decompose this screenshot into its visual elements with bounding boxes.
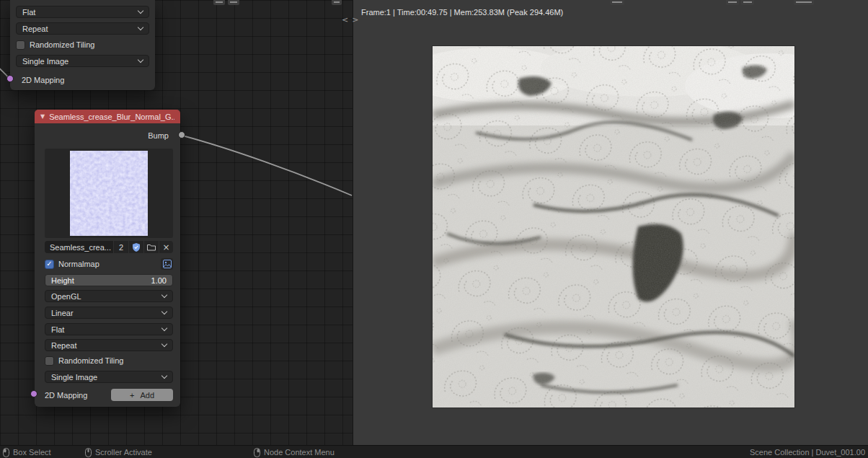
- repeat-dropdown[interactable]: Repeat: [16, 22, 149, 35]
- slider-label: Height: [51, 276, 74, 285]
- checkbox-label: Normalmap: [58, 260, 99, 268]
- bump-output-row: Bump: [125, 129, 169, 141]
- dropdown-label: Flat: [51, 325, 64, 334]
- add-button[interactable]: + Add: [111, 389, 173, 401]
- render-result-area[interactable]: Frame:1 | Time:00:49.75 | Mem:253.83M (P…: [353, 0, 868, 445]
- plus-icon: +: [130, 391, 134, 400]
- dropdown-label: Flat: [22, 8, 35, 17]
- add-button-label: Add: [140, 391, 154, 400]
- status-label: Scene Collection | Duvet_001.00: [750, 448, 865, 457]
- chevron-down-icon: [161, 372, 167, 378]
- render-stats-text: Frame:1 | Time:00:49.75 | Mem:253.83M (P…: [361, 8, 563, 17]
- status-box-select: Box Select: [3, 446, 51, 458]
- checkbox-label: Randomized Tiling: [30, 40, 95, 49]
- chevron-down-icon: [138, 24, 143, 30]
- projection-dropdown[interactable]: Flat: [45, 323, 173, 335]
- dropdown-label: Linear: [51, 309, 74, 317]
- mouse-left-icon: [3, 448, 9, 457]
- header-icon-fragment[interactable]: [794, 0, 814, 5]
- status-node-context-menu: Node Context Menu: [254, 446, 335, 458]
- chevron-down-icon: [161, 291, 167, 297]
- texture-node-partial[interactable]: Flat Repeat Randomized Tiling Single Ima…: [10, 0, 155, 90]
- region-resize-arrows[interactable]: < >: [342, 15, 358, 25]
- rendered-image[interactable]: [433, 46, 794, 408]
- node-header[interactable]: ▼ Seamless_crease_Blur_Normal_G...: [35, 110, 180, 123]
- header-icon-fragment[interactable]: [228, 0, 239, 5]
- image-colorspace-icon: [163, 260, 172, 268]
- fake-user-shield-button[interactable]: [129, 241, 143, 253]
- seamless-crease-normal-node[interactable]: ▼ Seamless_crease_Blur_Normal_G... Bump: [35, 110, 180, 407]
- status-scroller-activate: Scroller Activate: [85, 446, 152, 458]
- header-icon-fragment[interactable]: [332, 0, 342, 5]
- status-label: Node Context Menu: [264, 448, 335, 457]
- chevron-down-icon: [161, 340, 167, 346]
- node-link-wire: [182, 136, 352, 195]
- normalmap-checkbox[interactable]: ✓: [45, 260, 54, 269]
- angle-left-icon[interactable]: <: [342, 15, 348, 25]
- chevron-down-icon: [138, 56, 143, 62]
- check-icon: ✓: [46, 260, 52, 268]
- randomized-tiling-row: Randomized Tiling: [16, 39, 149, 50]
- single-image-dropdown[interactable]: Single Image: [16, 55, 149, 67]
- chevron-down-icon: [161, 308, 167, 314]
- open-image-button[interactable]: [144, 241, 159, 253]
- socket-label: 2D Mapping: [45, 391, 87, 400]
- image-datablock-row: Seamless_crea... 2 ×: [45, 241, 173, 253]
- status-label: Scroller Activate: [95, 448, 152, 457]
- shield-icon: [133, 243, 140, 252]
- image-name-field[interactable]: Seamless_crea...: [45, 241, 113, 253]
- mouse-middle-icon: [85, 448, 92, 457]
- chevron-down-icon: [161, 325, 167, 330]
- mouse-right-icon: [254, 448, 260, 457]
- status-label: Box Select: [13, 448, 51, 457]
- single-image-dropdown[interactable]: Single Image: [45, 371, 173, 383]
- header-icon-fragment[interactable]: [213, 0, 225, 5]
- dropdown-label: Repeat: [22, 25, 48, 33]
- height-slider[interactable]: Height 1.00: [45, 274, 173, 286]
- header-icon-fragment[interactable]: [741, 0, 754, 5]
- shader-node-editor[interactable]: Flat Repeat Randomized Tiling Single Ima…: [0, 0, 353, 445]
- vector-input-socket[interactable]: [6, 75, 14, 82]
- colorspace-button[interactable]: [161, 258, 173, 270]
- unlink-image-button[interactable]: ×: [159, 241, 173, 253]
- interpolation-dropdown[interactable]: OpenGL: [45, 290, 173, 302]
- randomized-tiling-row: Randomized Tiling: [45, 355, 173, 366]
- chevron-down-icon: [138, 7, 143, 13]
- angle-right-icon[interactable]: >: [352, 15, 358, 25]
- extension-dropdown[interactable]: Flat: [16, 6, 149, 18]
- randomized-tiling-checkbox[interactable]: [45, 356, 54, 366]
- close-icon: ×: [162, 242, 169, 252]
- mapping-add-row: 2D Mapping + Add: [45, 389, 173, 401]
- vector-input-socket[interactable]: [30, 390, 37, 397]
- header-icon-fragment[interactable]: [726, 0, 739, 5]
- dropdown-label: OpenGL: [51, 292, 81, 301]
- users-count-badge[interactable]: 2: [114, 241, 128, 253]
- header-icon-fragment[interactable]: [610, 0, 624, 5]
- duvet-render: [433, 46, 794, 408]
- slider-value: 1.00: [151, 276, 167, 285]
- extension-dropdown[interactable]: Repeat: [45, 339, 173, 351]
- status-scene-info: Scene Collection | Duvet_001.00: [750, 446, 865, 458]
- blender-window: Flat Repeat Randomized Tiling Single Ima…: [0, 0, 868, 458]
- randomized-tiling-checkbox[interactable]: [16, 40, 25, 50]
- socket-label: Bump: [148, 131, 169, 140]
- normal-map-image: [70, 151, 148, 236]
- socket-label: 2D Mapping: [22, 76, 64, 84]
- bump-output-socket[interactable]: [178, 131, 185, 138]
- status-bar: Box Select Scroller Activate Node Contex…: [0, 445, 868, 458]
- dropdown-label: Single Image: [22, 57, 68, 66]
- normalmap-row: ✓ Normalmap: [45, 258, 173, 270]
- dropdown-label: Single Image: [51, 373, 97, 382]
- checkbox-label: Randomized Tiling: [58, 356, 124, 365]
- mapping-socket-row: 2D Mapping: [22, 74, 155, 86]
- texture-preview: [45, 149, 173, 238]
- folder-icon: [147, 244, 156, 251]
- dropdown-label: Repeat: [51, 341, 76, 350]
- node-title: Seamless_crease_Blur_Normal_G...: [49, 113, 174, 121]
- collapse-triangle-icon[interactable]: ▼: [40, 113, 45, 120]
- filter-dropdown[interactable]: Linear: [45, 307, 173, 319]
